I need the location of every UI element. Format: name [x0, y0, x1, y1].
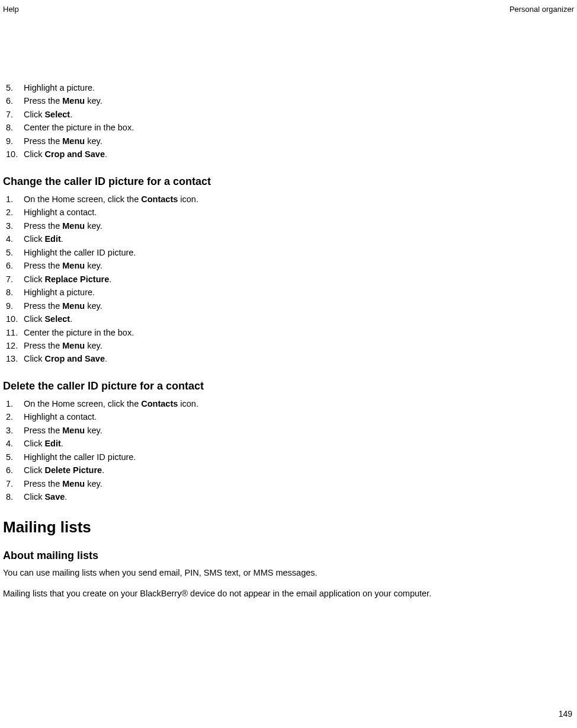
list-item: 6.Press the Menu key. — [3, 259, 574, 272]
bold-term: Replace Picture — [44, 274, 109, 284]
header-left: Help — [3, 5, 19, 14]
step-text: Click Replace Picture. — [24, 273, 574, 286]
bold-term: Contacts — [141, 399, 178, 408]
step-number: 10. — [6, 148, 24, 161]
step-text: Press the Menu key. — [24, 135, 574, 148]
paragraph-1: You can use mailing lists when you send … — [3, 567, 574, 580]
step-text: Press the Menu key. — [24, 339, 574, 352]
list-item: 7.Click Select. — [3, 108, 574, 121]
step-number: 4. — [6, 437, 24, 450]
step-number: 6. — [6, 464, 24, 477]
bold-term: Contacts — [141, 194, 178, 204]
list-item: 4.Click Edit. — [3, 232, 574, 245]
step-number: 7. — [6, 477, 24, 490]
list-item: 7.Press the Menu key. — [3, 477, 574, 490]
bold-term: Menu — [62, 479, 85, 488]
step-text: Click Select. — [24, 312, 574, 325]
list-item: 3.Press the Menu key. — [3, 424, 574, 437]
heading-delete-caller-id: Delete the caller ID picture for a conta… — [3, 380, 574, 392]
step-number: 3. — [6, 424, 24, 437]
page-number: 149 — [559, 709, 572, 719]
step-number: 1. — [6, 397, 24, 410]
list-item: 10.Click Select. — [3, 312, 574, 325]
list-item: 7.Click Replace Picture. — [3, 273, 574, 286]
step-number: 8. — [6, 121, 24, 134]
page-content: 5.Highlight a picture.6.Press the Menu k… — [0, 16, 577, 601]
step-text: Click Edit. — [24, 437, 574, 450]
step-number: 6. — [6, 94, 24, 107]
list-item: 5.Highlight the caller ID picture. — [3, 451, 574, 464]
step-number: 12. — [6, 339, 24, 352]
step-text: Press the Menu key. — [24, 94, 574, 107]
step-list-2: 1.On the Home screen, click the Contacts… — [3, 193, 574, 366]
list-item: 8.Center the picture in the box. — [3, 121, 574, 134]
step-number: 13. — [6, 352, 24, 365]
bold-term: Select — [44, 110, 70, 119]
step-text: Press the Menu key. — [24, 477, 574, 490]
step-number: 9. — [6, 299, 24, 312]
step-text: Click Delete Picture. — [24, 464, 574, 477]
list-item: 1.On the Home screen, click the Contacts… — [3, 397, 574, 410]
step-text: Click Edit. — [24, 232, 574, 245]
bold-term: Edit — [44, 439, 60, 448]
step-number: 10. — [6, 312, 24, 325]
step-text: Press the Menu key. — [24, 219, 574, 232]
step-text: Highlight a contact. — [24, 206, 574, 219]
page-header: Help Personal organizer — [0, 0, 577, 16]
step-text: On the Home screen, click the Contacts i… — [24, 397, 574, 410]
bold-term: Menu — [62, 341, 85, 350]
list-item: 10.Click Crop and Save. — [3, 148, 574, 161]
step-text: Center the picture in the box. — [24, 326, 574, 339]
step-number: 1. — [6, 193, 24, 206]
bold-term: Menu — [62, 136, 85, 146]
bold-term: Select — [44, 314, 70, 324]
list-item: 13.Click Crop and Save. — [3, 352, 574, 365]
bold-term: Delete Picture — [44, 465, 102, 475]
list-item: 4.Click Edit. — [3, 437, 574, 450]
step-text: Click Save. — [24, 490, 574, 503]
step-text: On the Home screen, click the Contacts i… — [24, 193, 574, 206]
step-list-3: 1.On the Home screen, click the Contacts… — [3, 397, 574, 504]
bold-term: Menu — [62, 221, 85, 231]
step-text: Click Select. — [24, 108, 574, 121]
heading-change-caller-id: Change the caller ID picture for a conta… — [3, 175, 574, 188]
list-item: 11.Center the picture in the box. — [3, 326, 574, 339]
step-text: Highlight a picture. — [24, 81, 574, 94]
step-text: Click Crop and Save. — [24, 148, 574, 161]
list-item: 3.Press the Menu key. — [3, 219, 574, 232]
step-number: 7. — [6, 108, 24, 121]
step-text: Highlight the caller ID picture. — [24, 451, 574, 464]
step-text: Highlight a contact. — [24, 410, 574, 423]
step-number: 6. — [6, 259, 24, 272]
step-number: 11. — [6, 326, 24, 339]
step-number: 2. — [6, 410, 24, 423]
list-item: 5.Highlight the caller ID picture. — [3, 246, 574, 259]
list-item: 8.Click Save. — [3, 490, 574, 503]
bold-term: Crop and Save — [44, 354, 105, 363]
step-number: 3. — [6, 219, 24, 232]
step-number: 8. — [6, 286, 24, 299]
step-text: Highlight the caller ID picture. — [24, 246, 574, 259]
bold-term: Crop and Save — [44, 149, 105, 159]
list-item: 6.Click Delete Picture. — [3, 464, 574, 477]
bold-term: Menu — [62, 261, 85, 270]
step-text: Press the Menu key. — [24, 259, 574, 272]
step-number: 5. — [6, 81, 24, 94]
heading-mailing-lists: Mailing lists — [3, 518, 574, 537]
step-list-1: 5.Highlight a picture.6.Press the Menu k… — [3, 81, 574, 161]
list-item: 9.Press the Menu key. — [3, 135, 574, 148]
bold-term: Menu — [62, 426, 85, 435]
paragraph-2: Mailing lists that you create on your Bl… — [3, 587, 574, 601]
list-item: 1.On the Home screen, click the Contacts… — [3, 193, 574, 206]
list-item: 6.Press the Menu key. — [3, 94, 574, 107]
step-text: Press the Menu key. — [24, 424, 574, 437]
list-item: 2.Highlight a contact. — [3, 410, 574, 423]
step-text: Center the picture in the box. — [24, 121, 574, 134]
bold-term: Menu — [62, 301, 85, 311]
step-number: 9. — [6, 135, 24, 148]
bold-term: Edit — [44, 234, 60, 244]
step-text: Press the Menu key. — [24, 299, 574, 312]
step-text: Click Crop and Save. — [24, 352, 574, 365]
list-item: 8.Highlight a picture. — [3, 286, 574, 299]
step-text: Highlight a picture. — [24, 286, 574, 299]
